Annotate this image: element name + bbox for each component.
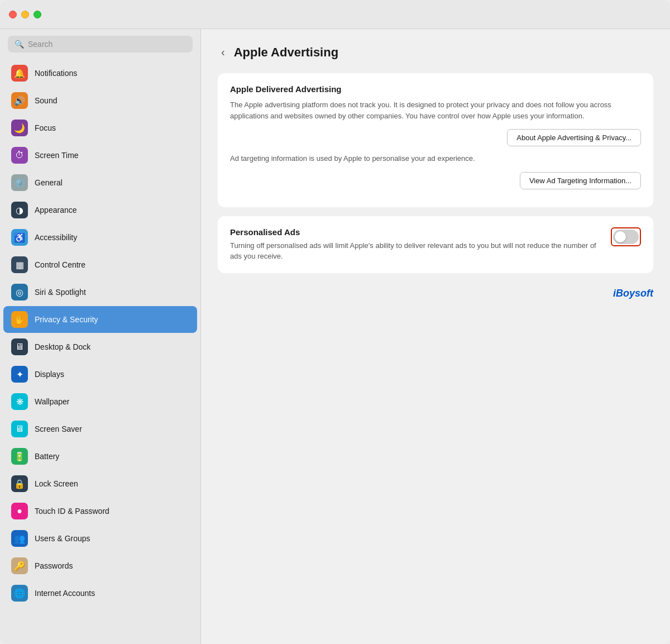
sidebar-label-sound: Sound	[35, 96, 57, 105]
sidebar-item-focus[interactable]: 🌙Focus	[3, 115, 197, 141]
content-area: ‹ Apple Advertising Apple Delivered Adve…	[201, 29, 670, 644]
sidebar-item-notifications[interactable]: 🔔Notifications	[3, 60, 197, 87]
sidebar-label-internet-accounts: Internet Accounts	[35, 589, 95, 598]
screen-time-icon: ⏱	[11, 147, 28, 164]
personalised-ads-toggle[interactable]	[613, 230, 639, 244]
sidebar-label-privacy-security: Privacy & Security	[35, 315, 98, 324]
screen-saver-icon: 🖥	[11, 421, 28, 437]
personalised-ads-description: Turning off personalised ads will limit …	[230, 240, 602, 262]
sidebar-item-displays[interactable]: ✦Displays	[3, 361, 197, 388]
personalised-ads-toggle-wrapper	[611, 227, 641, 246]
sidebar-label-displays: Displays	[35, 370, 64, 379]
maximize-button[interactable]	[34, 11, 41, 18]
sidebar-item-users-groups[interactable]: 👥Users & Groups	[3, 525, 197, 552]
sidebar-label-general: General	[35, 178, 63, 187]
window: 🔍 Search 🔔Notifications🔊Sound🌙Focus⏱Scre…	[0, 0, 670, 644]
passwords-icon: 🔑	[11, 557, 28, 574]
branding-text: iBoysoft	[613, 288, 653, 299]
search-icon: 🔍	[15, 40, 24, 49]
notifications-icon: 🔔	[11, 65, 28, 82]
personalised-ads-text: Personalised Ads Turning off personalise…	[230, 227, 602, 262]
sidebar-item-battery[interactable]: 🔋Battery	[3, 443, 197, 470]
sidebar-item-passwords[interactable]: 🔑Passwords	[3, 552, 197, 579]
view-targeting-button[interactable]: View Ad Targeting Information...	[520, 172, 641, 189]
main-layout: 🔍 Search 🔔Notifications🔊Sound🌙Focus⏱Scre…	[0, 29, 670, 644]
general-icon: ⚙️	[11, 174, 28, 191]
personalised-ads-card: Personalised Ads Turning off personalise…	[218, 216, 653, 273]
sidebar-label-accessibility: Accessibility	[35, 233, 77, 242]
traffic-lights	[9, 11, 41, 18]
sidebar: 🔍 Search 🔔Notifications🔊Sound🌙Focus⏱Scre…	[0, 29, 201, 644]
sidebar-item-siri-spotlight[interactable]: ◎Siri & Spotlight	[3, 279, 197, 306]
card1-title: Apple Delivered Advertising	[230, 84, 641, 94]
sidebar-items-container: 🔔Notifications🔊Sound🌙Focus⏱Screen Time⚙️…	[0, 59, 200, 607]
personalised-ads-row: Personalised Ads Turning off personalise…	[230, 227, 641, 262]
sidebar-item-touch-id[interactable]: ●Touch ID & Password	[3, 498, 197, 524]
apple-delivered-advertising-card: Apple Delivered Advertising The Apple ad…	[218, 73, 653, 207]
sidebar-label-screen-time: Screen Time	[35, 151, 79, 160]
accessibility-icon: ♿	[11, 229, 28, 246]
appearance-icon: ◑	[11, 202, 28, 218]
sidebar-label-appearance: Appearance	[35, 206, 77, 214]
sidebar-item-wallpaper[interactable]: ❋Wallpaper	[3, 388, 197, 415]
displays-icon: ✦	[11, 366, 28, 383]
card1-description: The Apple advertising platform does not …	[230, 99, 641, 121]
lock-screen-icon: 🔒	[11, 475, 28, 492]
battery-icon: 🔋	[11, 448, 28, 465]
sidebar-label-control-centre: Control Centre	[35, 260, 85, 269]
toggle-knob	[615, 231, 626, 242]
sidebar-label-siri-spotlight: Siri & Spotlight	[35, 288, 86, 297]
page-title: Apple Advertising	[234, 45, 338, 60]
focus-icon: 🌙	[11, 120, 28, 136]
sidebar-label-lock-screen: Lock Screen	[35, 479, 78, 488]
page-header: ‹ Apple Advertising	[218, 45, 653, 60]
back-button[interactable]: ‹	[218, 45, 228, 60]
sidebar-label-users-groups: Users & Groups	[35, 534, 90, 543]
wallpaper-icon: ❋	[11, 393, 28, 410]
sidebar-label-passwords: Passwords	[35, 561, 73, 570]
minimize-button[interactable]	[21, 11, 29, 18]
sidebar-item-desktop-dock[interactable]: 🖥Desktop & Dock	[3, 333, 197, 360]
close-button[interactable]	[9, 11, 17, 18]
desktop-dock-icon: 🖥	[11, 338, 28, 355]
sidebar-label-desktop-dock: Desktop & Dock	[35, 342, 90, 351]
internet-accounts-icon: 🌐	[11, 585, 28, 602]
siri-spotlight-icon: ◎	[11, 284, 28, 300]
sidebar-item-internet-accounts[interactable]: 🌐Internet Accounts	[3, 580, 197, 607]
title-bar	[0, 0, 670, 29]
sidebar-item-screen-time[interactable]: ⏱Screen Time	[3, 142, 197, 169]
sidebar-label-screen-saver: Screen Saver	[35, 424, 82, 433]
sound-icon: 🔊	[11, 92, 28, 109]
sidebar-label-notifications: Notifications	[35, 69, 77, 78]
search-bar[interactable]: 🔍 Search	[8, 36, 193, 53]
privacy-security-icon: ✋	[11, 311, 28, 328]
sidebar-label-touch-id: Touch ID & Password	[35, 507, 109, 516]
sidebar-label-focus: Focus	[35, 123, 56, 132]
personalised-ads-title: Personalised Ads	[230, 227, 602, 237]
touch-id-icon: ●	[11, 503, 28, 519]
sidebar-item-appearance[interactable]: ◑Appearance	[3, 197, 197, 223]
control-centre-icon: ▦	[11, 256, 28, 273]
sidebar-item-sound[interactable]: 🔊Sound	[3, 87, 197, 114]
sidebar-item-accessibility[interactable]: ♿Accessibility	[3, 224, 197, 251]
sidebar-item-control-centre[interactable]: ▦Control Centre	[3, 251, 197, 278]
sidebar-item-lock-screen[interactable]: 🔒Lock Screen	[3, 470, 197, 497]
sidebar-item-privacy-security[interactable]: ✋Privacy & Security	[3, 306, 197, 333]
about-advertising-button[interactable]: About Apple Advertising & Privacy...	[507, 129, 641, 146]
users-groups-icon: 👥	[11, 530, 28, 547]
sidebar-item-general[interactable]: ⚙️General	[3, 169, 197, 196]
card1-sub-description: Ad targeting information is used by Appl…	[230, 153, 641, 164]
sidebar-label-wallpaper: Wallpaper	[35, 397, 70, 406]
sidebar-item-screen-saver[interactable]: 🖥Screen Saver	[3, 416, 197, 442]
branding: iBoysoft	[218, 282, 653, 299]
sidebar-label-battery: Battery	[35, 452, 59, 461]
search-placeholder: Search	[28, 40, 52, 49]
